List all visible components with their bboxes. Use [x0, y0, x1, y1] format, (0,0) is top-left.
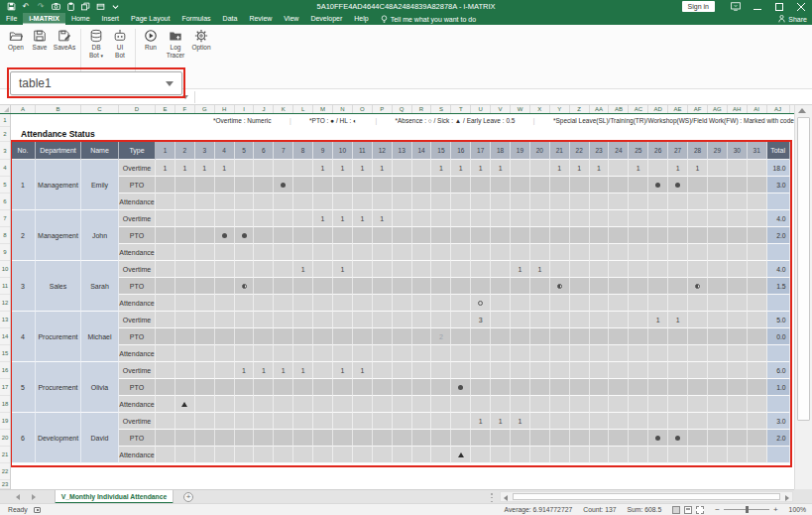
- row-number-1[interactable]: 1: [0, 114, 10, 127]
- sheet-nav-left-icon[interactable]: [16, 494, 20, 500]
- column-letter-R[interactable]: R: [412, 105, 432, 113]
- zoom-out-icon[interactable]: −: [715, 506, 720, 514]
- column-letter-Q[interactable]: Q: [393, 105, 412, 113]
- save-icon[interactable]: [6, 1, 16, 12]
- log-tracer-button[interactable]: Log Tracer: [164, 28, 188, 60]
- column-letter-AG[interactable]: AG: [708, 105, 728, 113]
- tab-view[interactable]: View: [278, 13, 304, 25]
- tab-splitter-handle[interactable]: [491, 493, 495, 502]
- row-number-12[interactable]: 12: [0, 295, 10, 312]
- column-letter-J[interactable]: J: [254, 105, 274, 113]
- row-number-9[interactable]: 9: [0, 244, 10, 261]
- column-letter-M[interactable]: M: [313, 105, 333, 113]
- column-letter-E[interactable]: E: [156, 105, 175, 113]
- row-number-20[interactable]: 20: [0, 430, 10, 447]
- column-letter-L[interactable]: L: [293, 105, 313, 113]
- column-letter-AJ[interactable]: AJ: [767, 105, 790, 113]
- tab-home[interactable]: Home: [65, 13, 96, 25]
- column-letter-AI[interactable]: AI: [748, 105, 767, 113]
- column-letter-F[interactable]: F: [175, 105, 195, 113]
- tab-review[interactable]: Review: [243, 13, 278, 25]
- run-button[interactable]: Run: [140, 28, 163, 52]
- row-number-19[interactable]: 19: [0, 413, 10, 430]
- redo-icon[interactable]: ↷: [36, 1, 46, 12]
- column-letter-Z[interactable]: Z: [570, 105, 590, 113]
- row-number-21[interactable]: 21: [0, 447, 10, 463]
- ui-bot-button[interactable]: UI Bot: [109, 28, 132, 60]
- zoom-in-icon[interactable]: +: [773, 506, 778, 514]
- column-letter-AF[interactable]: AF: [688, 105, 708, 113]
- tell-me-box[interactable]: Tell me what you want to do: [375, 13, 482, 25]
- column-letter-AE[interactable]: AE: [668, 105, 688, 113]
- switch-windows-icon[interactable]: [95, 1, 105, 12]
- column-letter-I[interactable]: I: [235, 105, 255, 113]
- column-letter-G[interactable]: G: [195, 105, 215, 113]
- row-number-14[interactable]: 14: [0, 328, 10, 345]
- horizontal-scroll-thumb[interactable]: [513, 493, 780, 500]
- column-letter-D[interactable]: D: [119, 105, 156, 113]
- column-letter-B[interactable]: B: [36, 105, 81, 113]
- column-letter-AD[interactable]: AD: [648, 105, 668, 113]
- vertical-scrollbar[interactable]: [794, 105, 812, 503]
- row-number-4[interactable]: 4: [0, 160, 10, 177]
- tab-data[interactable]: Data: [217, 13, 244, 25]
- save-button[interactable]: Save: [29, 28, 52, 52]
- tab-developer[interactable]: Developer: [304, 13, 348, 25]
- tab-i-matrix[interactable]: i-MATRIX: [23, 13, 65, 25]
- column-letter-Y[interactable]: Y: [550, 105, 570, 113]
- column-letter-O[interactable]: O: [353, 105, 373, 113]
- zoom-slider-thumb[interactable]: [746, 506, 749, 513]
- row-number-17[interactable]: 17: [0, 379, 10, 396]
- column-letter-P[interactable]: P: [373, 105, 393, 113]
- paste-icon[interactable]: [65, 1, 75, 12]
- row-number-10[interactable]: 10: [0, 261, 10, 278]
- row-number-11[interactable]: 11: [0, 278, 10, 295]
- page-layout-view-icon[interactable]: [684, 506, 692, 514]
- page-break-view-icon[interactable]: [696, 506, 704, 514]
- vertical-scroll-thumb[interactable]: [797, 117, 810, 421]
- maximize-button[interactable]: [768, 0, 790, 13]
- new-sheet-button[interactable]: +: [183, 492, 193, 502]
- column-letter-U[interactable]: U: [471, 105, 491, 113]
- column-letter-T[interactable]: T: [451, 105, 471, 113]
- macro-record-icon[interactable]: [34, 507, 41, 513]
- minimize-button[interactable]: [747, 0, 768, 13]
- row-number-16[interactable]: 16: [0, 362, 10, 379]
- column-letter-C[interactable]: C: [81, 105, 119, 113]
- sheet-nav-right-icon[interactable]: [32, 494, 36, 500]
- share-button[interactable]: Share: [778, 13, 807, 25]
- camera-icon[interactable]: [51, 1, 60, 12]
- row-number-23[interactable]: 23: [0, 480, 10, 489]
- column-letter-K[interactable]: K: [274, 105, 293, 113]
- option-button[interactable]: Option: [189, 28, 214, 52]
- tab-help[interactable]: Help: [348, 13, 374, 25]
- column-letter-A[interactable]: A: [11, 105, 36, 113]
- qat-customize-icon[interactable]: [110, 1, 120, 12]
- db-bot-button[interactable]: DB Bot ▾: [85, 28, 108, 60]
- ribbon-display-options-icon[interactable]: [725, 0, 747, 13]
- undo-icon[interactable]: ↶: [21, 1, 31, 12]
- tab-file[interactable]: File: [0, 13, 23, 25]
- row-number-18[interactable]: 18: [0, 396, 10, 413]
- scroll-left-icon[interactable]: [504, 495, 508, 501]
- save-as-button[interactable]: SaveAs: [53, 28, 77, 52]
- column-letter-X[interactable]: X: [530, 105, 550, 113]
- horizontal-scrollbar[interactable]: [500, 491, 793, 502]
- column-letter-AC[interactable]: AC: [629, 105, 648, 113]
- column-letter-N[interactable]: N: [333, 105, 353, 113]
- spreadsheet-grid[interactable]: *Overtime : Numeric|*PTO : ● / HL : ◐|*A…: [11, 114, 794, 489]
- scroll-right-icon[interactable]: [785, 495, 789, 501]
- column-letter-W[interactable]: W: [511, 105, 530, 113]
- tab-page-layout[interactable]: Page Layout: [125, 13, 175, 25]
- column-letter-AB[interactable]: AB: [609, 105, 629, 113]
- row-number-7[interactable]: 7: [0, 210, 10, 227]
- column-letter-AH[interactable]: AH: [728, 105, 748, 113]
- sign-in-button[interactable]: Sign in: [682, 1, 715, 12]
- select-all-corner[interactable]: [0, 105, 11, 113]
- row-number-5[interactable]: 5: [0, 177, 10, 193]
- column-letter-AA[interactable]: AA: [590, 105, 610, 113]
- tab-formulas[interactable]: Formulas: [175, 13, 216, 25]
- normal-view-icon[interactable]: [672, 506, 680, 514]
- tab-insert[interactable]: Insert: [96, 13, 126, 25]
- column-letter-H[interactable]: H: [215, 105, 235, 113]
